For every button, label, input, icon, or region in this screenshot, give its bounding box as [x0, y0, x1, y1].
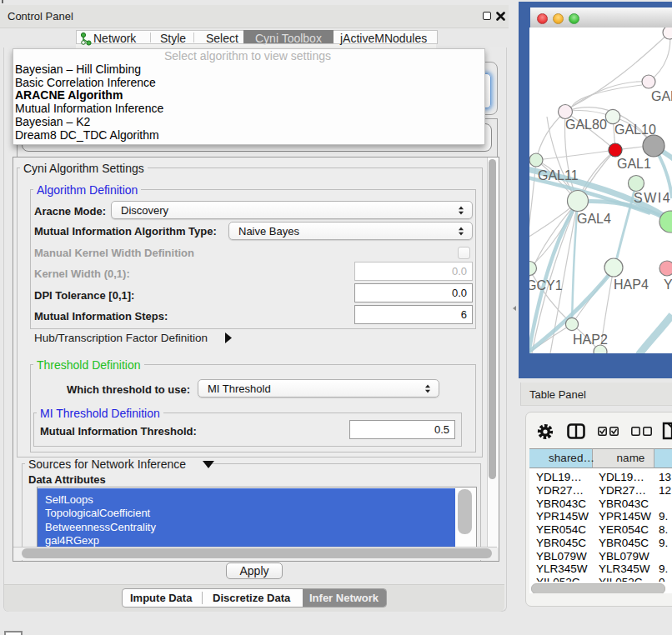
svg-text:HAP2: HAP2 [573, 332, 608, 347]
svg-text:GCY1: GCY1 [529, 278, 563, 292]
svg-text:GAL10: GAL10 [614, 122, 656, 137]
svg-text:GAL4: GAL4 [577, 212, 611, 226]
svg-text:GAL11: GAL11 [538, 168, 579, 182]
svg-text:HAP4: HAP4 [614, 278, 649, 292]
svg-text:SWI4: SWI4 [634, 191, 671, 205]
svg-text:GAL7: GAL7 [651, 89, 672, 103]
svg-text:Y: Y [664, 278, 672, 292]
svg-text:GAL80: GAL80 [565, 118, 607, 132]
svg-text:GAL1: GAL1 [617, 157, 651, 171]
